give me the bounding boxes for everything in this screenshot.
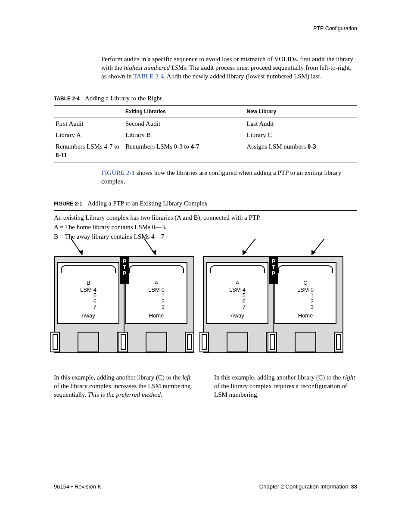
fig-desc-line: A = The home library contains LSMs 0—3. <box>54 223 357 231</box>
figure-title: Adding a PTP to an Existing Library Comp… <box>87 200 208 207</box>
footer-left: 96154 • Revision K <box>54 483 101 491</box>
table-label: TABLE 2-4 <box>54 96 80 102</box>
library-a-right <box>203 256 274 353</box>
cell: Assigns LSM numbers 0-3 <box>245 141 358 162</box>
cell: Library A <box>54 129 124 140</box>
cell: Library B <box>124 129 245 140</box>
footer-right: Chapter 2 Configuration Information33 <box>259 483 357 491</box>
library-b <box>54 256 125 353</box>
table-2-4-link[interactable]: TABLE 2-4 <box>133 73 164 80</box>
figure-label: FIGURE 2-1 <box>54 201 82 207</box>
intro-paragraph: Perform audits in a specific sequence to… <box>101 55 357 81</box>
ptp-connector: PTP <box>120 257 129 284</box>
arrow-icon <box>143 237 160 258</box>
arrow-icon <box>69 237 87 258</box>
figure-subcaptions: In this example, adding another library … <box>54 373 357 399</box>
fig-desc-line: An existing Library complex has two libr… <box>54 213 357 222</box>
figure-2-1-link[interactable]: FIGURE 2-1 <box>101 169 135 176</box>
cell: Renumbers LSMs 4-7 to 8-11 <box>54 141 124 162</box>
cell: Renumbers LSMs 0-3 to 4-7 <box>124 141 245 162</box>
running-header: PTP Configuration <box>54 25 357 32</box>
table-2-4-caption: TABLE 2-4Adding a Library to the Right <box>54 94 357 103</box>
table-2-4: Exiting Libraries New Library First Audi… <box>54 105 357 162</box>
figure-2-1-diagram: PTP B LSM4567 Away A LSM0123 Home PTP <box>54 256 357 353</box>
cell: First Audit <box>54 118 124 130</box>
figure-lead-in: FIGURE 2-1 shows how the libraries are c… <box>101 168 357 186</box>
cell: Last Audit <box>245 118 358 130</box>
right-cluster: PTP A LSM4567 Away C LSM0123 Home <box>203 256 343 353</box>
ptp-connector: PTP <box>269 257 278 284</box>
library-c: PTP <box>273 256 343 353</box>
th-exiting: Exiting Libraries <box>124 105 245 118</box>
intro-emphasis: highest numbered LSMs <box>124 64 186 71</box>
cell: Library C <box>245 129 358 140</box>
cell: Second Audit <box>124 118 245 130</box>
text: shows how the libraries are configured w… <box>101 169 341 185</box>
table-title: Adding a Library to the Right <box>85 95 162 102</box>
library-a: PTP <box>124 256 194 353</box>
left-cluster: PTP B LSM4567 Away A LSM0123 Home <box>54 256 194 353</box>
page-footer: 96154 • Revision K Chapter 2 Configurati… <box>54 483 357 491</box>
intro-text: . Audit the newly added library (lowest … <box>164 73 321 80</box>
arrow-icon <box>306 237 326 258</box>
right-subcaption: In this example, adding another library … <box>214 373 357 399</box>
arrow-icon <box>237 237 257 258</box>
left-subcaption: In this example, adding another library … <box>54 373 197 399</box>
figure-2-1-caption: FIGURE 2-1Adding a PTP to an Existing Li… <box>54 199 357 208</box>
th-new: New Library <box>245 105 358 118</box>
